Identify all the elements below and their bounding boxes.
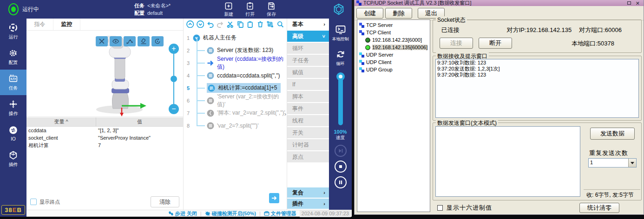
variables-header-name[interactable]: 变量 ^ — [26, 117, 96, 126]
replace-icon[interactable] — [266, 20, 274, 28]
search-icon[interactable] — [276, 20, 284, 28]
tree-node-tcp-client[interactable]: TCP Client — [357, 29, 430, 36]
tree-node-tcp-server[interactable]: TCP Server — [357, 21, 430, 29]
undo-icon[interactable] — [206, 20, 214, 28]
paste-icon[interactable] — [246, 20, 254, 28]
copy-icon[interactable] — [237, 20, 244, 28]
command-section-switch[interactable]: 开关 — [287, 127, 329, 138]
tab-command[interactable]: 指令 — [26, 19, 53, 30]
command-section-composite[interactable]: 复合› — [287, 187, 329, 198]
command-section-loop[interactable]: 循环 — [287, 43, 329, 54]
hex-display-checkbox[interactable] — [437, 205, 443, 211]
create-button[interactable]: 创建 — [356, 8, 383, 19]
status-separator: | — [259, 211, 261, 216]
redo-icon — [217, 20, 224, 28]
clear-variables-button[interactable]: 清除 — [151, 196, 179, 207]
variables-header: 变量 ^ 值 — [26, 117, 183, 127]
next-page-arrow-button[interactable] — [269, 193, 279, 203]
task-tree-row[interactable]: 8'var_2=?.split("")' — [184, 119, 287, 132]
connect-button[interactable]: 连接 — [440, 38, 473, 49]
close-button[interactable]: ✕ — [636, 1, 640, 6]
expand-all-icon[interactable] — [197, 20, 204, 28]
variable-row[interactable]: 相机计算7 — [26, 142, 183, 149]
send-textarea[interactable] — [435, 126, 580, 197]
show-waypoints-checkbox[interactable] — [30, 199, 37, 205]
topbar-action-new[interactable]: 新建 — [224, 1, 233, 18]
viewport-3d[interactable]: + − — [26, 31, 183, 117]
zoom-in-button[interactable]: + — [169, 44, 179, 54]
command-section-assign[interactable]: 赋值 — [287, 67, 329, 78]
variables-header-value[interactable]: 值 — [96, 117, 183, 126]
tree-node-conn-6000[interactable]: 192.168.142.23[6000] — [357, 36, 430, 44]
zoom-slider-handle[interactable] — [171, 76, 177, 82]
task-tree-row[interactable]: 1机器人主任务 — [184, 32, 287, 44]
variable-row[interactable]: ccddata"[1, 2, 3]" — [26, 127, 183, 134]
sidebar-item-plugin[interactable]: 插件 — [0, 146, 26, 172]
step-mode-status[interactable]: 步进 关闭 — [168, 210, 197, 217]
topbar-action-open[interactable]: 打开 — [245, 1, 255, 18]
command-section-if[interactable]: If — [287, 79, 329, 90]
speed-slider[interactable] — [338, 73, 343, 125]
rotate-view-icon[interactable] — [151, 36, 164, 46]
cut-icon[interactable] — [226, 20, 234, 28]
sidebar-item-task[interactable]: 任务 — [0, 70, 26, 95]
command-section-event[interactable]: 事件 — [287, 103, 329, 114]
panel-collapse-handle[interactable]: › — [284, 110, 286, 117]
stop-button[interactable] — [335, 161, 347, 173]
task-tree-row[interactable]: 4ccddata=ccddata.split(",") — [184, 69, 287, 82]
socket-debug-window: TCP/UDP Socket 调试工具 V2.3 [数据收发窗口] ✕ 创建删除… — [354, 0, 644, 215]
eraser-icon[interactable] — [138, 36, 150, 46]
collision-detection-status[interactable]: 碰撞检测开启(50%) — [205, 210, 256, 217]
command-section-switch-label: 开关 — [292, 129, 303, 137]
command-section-basic[interactable]: 基本› — [287, 19, 329, 30]
local-control-icon[interactable] — [335, 24, 346, 35]
task-tree-row[interactable]: 7'脚本: var_2=var_2.split(",")' — [184, 107, 287, 119]
maximize-button[interactable] — [627, 1, 631, 5]
repeat-count-combobox[interactable]: 1 — [588, 158, 637, 167]
eye-icon[interactable] — [110, 36, 122, 46]
clear-statistics-button[interactable]: 统计清零 — [579, 203, 619, 213]
command-section-timer[interactable]: 计时器 — [287, 139, 329, 150]
sidebar-item-operate[interactable]: 操作 — [0, 95, 26, 121]
combobox-dropdown-icon[interactable] — [628, 159, 636, 167]
command-section-composite-label: 复合 — [292, 189, 303, 197]
send-data-button[interactable]: 发送数据 — [590, 128, 635, 140]
tab-monitor[interactable]: 监控 — [53, 19, 80, 30]
loop-mode-icon[interactable] — [335, 49, 346, 60]
variable-row[interactable]: socket_client"ServerProxy Instance" — [26, 134, 183, 142]
tree-node-udp-server[interactable]: UDP Server — [357, 51, 430, 58]
sidebar-item-io[interactable]: IO — [0, 121, 26, 146]
sidebar-item-run[interactable]: 运行 — [0, 19, 26, 44]
topbar-action-open-label: 打开 — [245, 11, 255, 18]
command-section-thread[interactable]: 线程 — [287, 115, 329, 126]
command-section-advanced[interactable]: 高级˅ — [287, 31, 329, 42]
step-next-button[interactable] — [335, 145, 347, 157]
path-icon[interactable] — [124, 36, 136, 46]
task-tree: 1机器人主任务2Server (发送数据: 123)3Server (ccdda… — [184, 32, 287, 210]
delete-button[interactable]: 删除 — [385, 8, 412, 19]
tools-icon[interactable] — [96, 36, 108, 46]
task-tree-row[interactable]: 6'Server (var_2:=接收到的值)' — [184, 94, 287, 107]
command-section-script[interactable]: 脚本 — [287, 91, 329, 102]
task-row-label: 'Server (var_2:=接收到的值)' — [217, 93, 287, 109]
speed-slider-handle[interactable] — [336, 72, 345, 81]
command-section-subtask[interactable]: 子任务 — [287, 55, 329, 66]
tree-node-udp-group[interactable]: UDP Group — [357, 66, 430, 73]
zoom-out-button[interactable]: − — [169, 104, 179, 114]
collapse-all-icon[interactable] — [186, 20, 194, 28]
file-manager-link[interactable]: 文件管理器 — [264, 210, 296, 217]
command-section-advanced-label: 高级 — [292, 32, 303, 40]
tree-node-udp-client[interactable]: UDP Client — [357, 58, 430, 66]
delete-icon[interactable] — [256, 20, 264, 28]
pause-button[interactable] — [335, 176, 347, 188]
topbar-action-save[interactable]: 保存 — [267, 1, 276, 18]
command-section-plugin[interactable]: 插件› — [287, 199, 329, 209]
tree-node-conn-60006[interactable]: 192.168.142.135[60006] — [357, 44, 430, 51]
disconnect-button[interactable]: 断开 — [479, 38, 512, 49]
command-section-origin[interactable]: 原点 — [287, 151, 329, 162]
sidebar-item-config[interactable]: 配置 — [0, 44, 26, 70]
task-tree-row[interactable]: 3Server (ccddata:=接收到的值) — [184, 57, 287, 69]
receive-log[interactable]: 9:37:10收到数据: 1239:37:20发送数据: 1,2,3[1次]9:… — [435, 59, 639, 118]
speed-label: 速度 — [336, 135, 345, 141]
window-titlebar[interactable]: TCP/UDP Socket 调试工具 V2.3 [数据收发窗口] ✕ — [355, 0, 644, 6]
